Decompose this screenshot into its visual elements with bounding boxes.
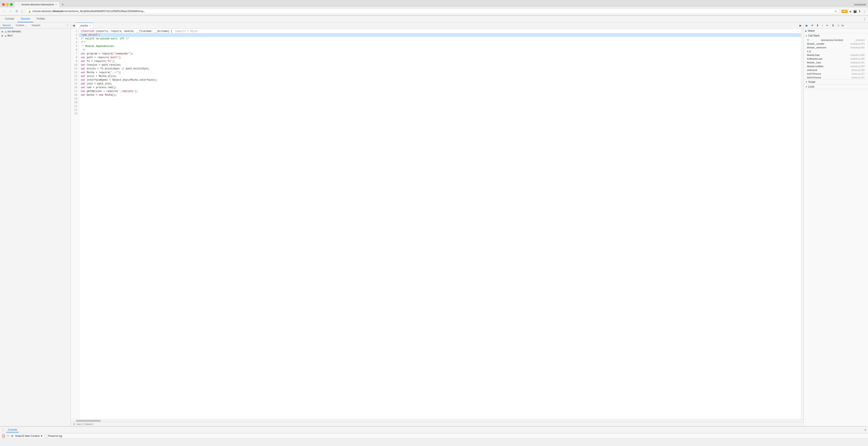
cloud-icon-2: ☁ (4, 34, 7, 37)
panel-tab-content[interactable]: Content ... (13, 23, 29, 28)
no-entry-icon[interactable]: 🚫 (2, 434, 5, 438)
maximize-button[interactable] (10, 3, 13, 6)
step-into-button[interactable]: ⬇ (815, 23, 820, 28)
console-more-icon[interactable]: ⋮ (2, 428, 5, 432)
tab-close-button[interactable]: × (55, 3, 57, 6)
code-line-12: var fs = require('fs'); (79, 59, 801, 63)
preserve-log-option[interactable]: Preserve log (44, 435, 62, 438)
call-stack-item-1[interactable]: Module._compile module.js:573 (804, 42, 868, 46)
code-line-6: /** (79, 41, 801, 44)
traffic-lights (2, 3, 13, 6)
editor-tab-mocha[interactable]: _mocha × (76, 23, 93, 28)
pause-button[interactable]: ⏸ (831, 23, 835, 28)
call-stack-item-9[interactable]: tryOnTimeout timers.js:237 (804, 72, 868, 76)
preserve-log-label: Preserve log (48, 435, 62, 438)
watch-section-header[interactable]: ▶ Watch (804, 29, 868, 33)
resume-button[interactable]: ▶ (805, 23, 809, 28)
call-stack-item-7[interactable]: Module.runMain module.js:607 (804, 64, 868, 68)
scope-label: Scope (808, 81, 815, 83)
tab-profiles[interactable]: Profiles (33, 16, 48, 22)
call-stack-name-9: tryOnTimeout (807, 72, 821, 75)
console-close-button[interactable]: × (864, 428, 866, 432)
extension-icon-3[interactable]: 🎬 (853, 9, 857, 13)
back-button[interactable]: ← (2, 9, 7, 13)
more-menu-icon[interactable]: ⋮ (863, 9, 866, 13)
call-stack-section: ▼ Call Stack ➡ (anonymous function) _moc… (804, 33, 868, 80)
tab-console[interactable]: Console (2, 16, 18, 22)
editor-status-bar: {} Line 2, Column 1 (71, 422, 803, 426)
call-stack-name-5: tryModuleLoad (807, 58, 822, 60)
code-editor[interactable]: 12345 678910 1112131415 1617181920 21222… (71, 29, 803, 419)
nav-actions: ABP ◈ 🎬 ⬇ ⋮ (842, 9, 866, 13)
panel-tab-sources[interactable]: Sources (0, 23, 13, 28)
minimize-button[interactable] (6, 3, 9, 6)
code-line-19: var cwd = process.cwd(); (79, 86, 801, 89)
format-icon[interactable]: {} (73, 423, 75, 425)
async-checkbox[interactable]: □ (837, 23, 840, 28)
call-stack-item-5[interactable]: tryModuleLoad module.js:449 (804, 57, 868, 61)
panel-tab-more[interactable]: ⋮ (64, 23, 71, 28)
code-content[interactable]: (function (exports, require, module, __f… (79, 29, 801, 419)
address-bar[interactable]: 🔒 chrome-devtools://devtools/remote/serv… (25, 8, 840, 14)
watch-arrow-icon: ▶ (805, 30, 807, 32)
cloud-icon: ☁ (4, 30, 7, 33)
call-stack-arrow-icon: ▼ (805, 35, 807, 37)
tree-item-file[interactable]: ▶ ☁ file:// (0, 34, 71, 38)
new-tab-button[interactable]: + (60, 2, 66, 7)
left-panel: Sources Content ... Snippets ⋮ ▶ ☁ (no d… (0, 23, 71, 426)
extension-icon-2[interactable]: ◈ (849, 9, 851, 13)
extension-icon-4[interactable]: ⬇ (859, 9, 861, 13)
preserve-log-checkbox[interactable] (44, 435, 47, 438)
close-button[interactable] (2, 3, 5, 6)
devtools-body: Sources Content ... Snippets ⋮ ▶ ☁ (no d… (0, 23, 868, 426)
context-selector[interactable]: NodeJS Main Context ▼ (15, 435, 43, 438)
browser-tab[interactable]: 📄 chrome-devtools://devtools/re × (14, 2, 60, 7)
code-line-2: 'use strict'; (79, 33, 801, 37)
console-header: ⋮ Console × (0, 427, 868, 434)
browser-tab-bar: 📄 chrome-devtools://devtools/re × + (14, 2, 852, 7)
async-label: As (841, 24, 844, 27)
call-stack-item-4[interactable]: Module.load module.js:490 (804, 53, 868, 57)
home-button[interactable]: ⌂ (21, 9, 24, 13)
code-line-13: var resolve = path.resolve; (79, 63, 801, 67)
filter-icon[interactable]: ▽ (7, 434, 9, 438)
panel-tab-snippets[interactable]: Snippets (29, 23, 43, 28)
extension-icon-1[interactable]: ABP (842, 10, 847, 13)
scope-section-header[interactable]: ▼ Scope (804, 80, 868, 84)
call-stack-file-4: module.js:490 (850, 54, 865, 56)
vertical-scrollbar[interactable] (801, 29, 803, 419)
scrollbar-thumb[interactable] (76, 420, 101, 422)
editor-tab-name: _mocha (79, 24, 88, 27)
call-stack-section-header[interactable]: ▼ Call Stack (804, 33, 868, 38)
editor-tab-prev-button[interactable]: ◀ (71, 23, 76, 28)
tab-sources[interactable]: Sources (18, 16, 33, 22)
call-stack-item-6[interactable]: Module._load module.js:441 (804, 61, 868, 64)
code-line-11: var path = require('path'); (79, 56, 801, 59)
call-stack-item-10[interactable]: listOnTimeout timers.js:207 (804, 76, 868, 80)
breakpoints-button[interactable]: ✏ (825, 23, 830, 28)
editor-run-button[interactable]: ▶ (798, 23, 803, 28)
call-stack-item-3[interactable]: s..js (804, 50, 868, 53)
tree-item-no-domain[interactable]: ▶ ☁ (no domain) (0, 29, 71, 34)
call-stack-item-8[interactable]: ontimeout timers.js:365 (804, 68, 868, 72)
code-line-10: var program = require('commander'); (79, 52, 801, 56)
call-stack-name-0: (anonymous function) (821, 39, 843, 41)
call-stack-item-2[interactable]: Module._extension module.js:582 (804, 46, 868, 50)
code-line-17: var interfaceNames = Object.keys(Mocha.i… (79, 78, 801, 82)
call-stack-label: Call Stack (808, 34, 819, 37)
forward-button[interactable]: → (8, 9, 13, 13)
step-out-button[interactable]: ↑ (821, 23, 824, 28)
step-over-button[interactable]: ↺ (810, 23, 814, 28)
local-section-header[interactable]: ▼ Local (804, 84, 868, 89)
call-stack-item-0[interactable]: ➡ (anonymous function) _mocha:2 (804, 38, 868, 42)
editor-tab-close-button[interactable]: × (89, 24, 91, 27)
console-panel: ⋮ Console × 🚫 ▽ ⚙ NodeJS Main Context ▼ … (0, 426, 868, 439)
horizontal-scrollbar[interactable] (71, 419, 803, 422)
code-line-15: var Mocha = require('../'); (79, 71, 801, 75)
settings-icon[interactable]: ⚙ (11, 434, 13, 438)
star-icon[interactable]: ★ (834, 9, 837, 13)
devtools-more-button[interactable]: ⋮ (863, 17, 866, 21)
refresh-button[interactable]: ↺ (14, 9, 19, 13)
console-tab[interactable]: Console (6, 427, 19, 433)
call-stack-file-2: module.js:582 (850, 46, 865, 49)
